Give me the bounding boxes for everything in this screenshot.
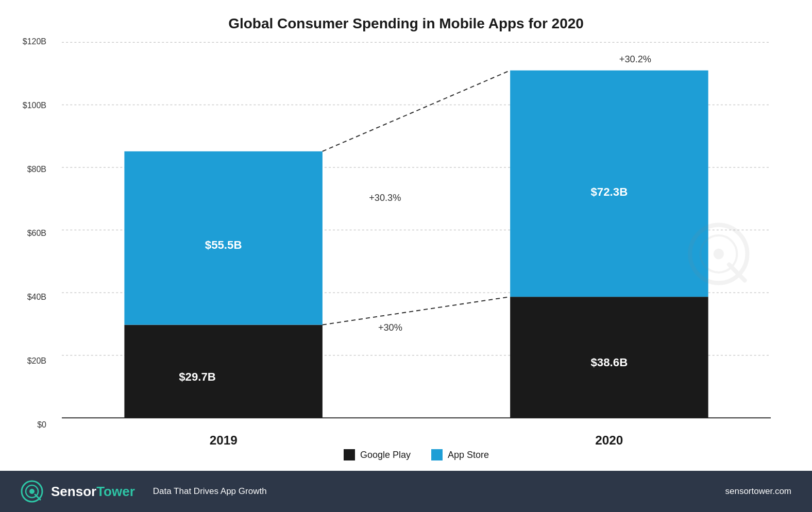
app-store-growth-label: +30.3% [369, 192, 401, 203]
legend-google-play-swatch [344, 449, 355, 460]
footer: SensorTower Data That Drives App Growth … [0, 471, 812, 512]
chart-container: Global Consumer Spending in Mobile Apps … [0, 0, 812, 512]
svg-line-14 [35, 494, 40, 500]
legend-google-play: Google Play [344, 449, 411, 460]
bar-2019-label: 2019 [210, 433, 238, 447]
bar-2020-app-store [510, 71, 708, 297]
legend-app-store-label: App Store [448, 450, 489, 460]
footer-url: sensortower.com [725, 486, 792, 497]
footer-tagline: Data That Drives App Growth [153, 486, 267, 497]
footer-logo [21, 480, 43, 503]
chart-svg: $29.7B $55.5B 2019 $38.6B $72.3B 2020 [62, 37, 771, 471]
bar-2020-label: 2020 [595, 433, 623, 447]
y-label-100: $100B [23, 101, 52, 110]
legend-app-store-swatch [431, 449, 443, 460]
svg-point-9 [714, 249, 724, 260]
bar-2019-google-play [124, 325, 322, 418]
y-label-120: $120B [23, 37, 52, 46]
y-label-0: $0 [37, 420, 52, 430]
google-play-growth-label: +30% [378, 322, 402, 333]
footer-brand-sensor: Sensor [51, 484, 96, 499]
sensortower-logo-icon [21, 480, 43, 503]
footer-brand: SensorTower [51, 484, 135, 500]
svg-point-13 [29, 489, 35, 494]
footer-brand-tower: Tower [96, 484, 135, 499]
bar-2020-app-store-value: $72.3B [590, 185, 628, 198]
app-store-growth-line [323, 71, 510, 151]
bar-2020-google-play-value: $38.6B [590, 356, 628, 369]
bar-2019-google-play-value: $29.7B [179, 370, 216, 383]
y-label-40: $40B [27, 293, 52, 302]
bar-2019-app-store-value: $55.5B [205, 238, 242, 251]
chart-title: Global Consumer Spending in Mobile Apps … [0, 0, 812, 37]
y-label-80: $80B [27, 165, 52, 174]
legend-google-play-label: Google Play [360, 450, 411, 460]
y-axis: $0 $20B $40B $60B $80B $100B $120B [5, 37, 52, 430]
footer-left: SensorTower Data That Drives App Growth [21, 480, 267, 503]
legend-app-store: App Store [431, 449, 489, 460]
y-label-60: $60B [27, 229, 52, 238]
y-label-20: $20B [27, 356, 52, 366]
google-play-growth-line [323, 297, 510, 325]
legend: Google Play App Store [62, 449, 771, 460]
total-growth-label: +30.2% [619, 54, 651, 64]
